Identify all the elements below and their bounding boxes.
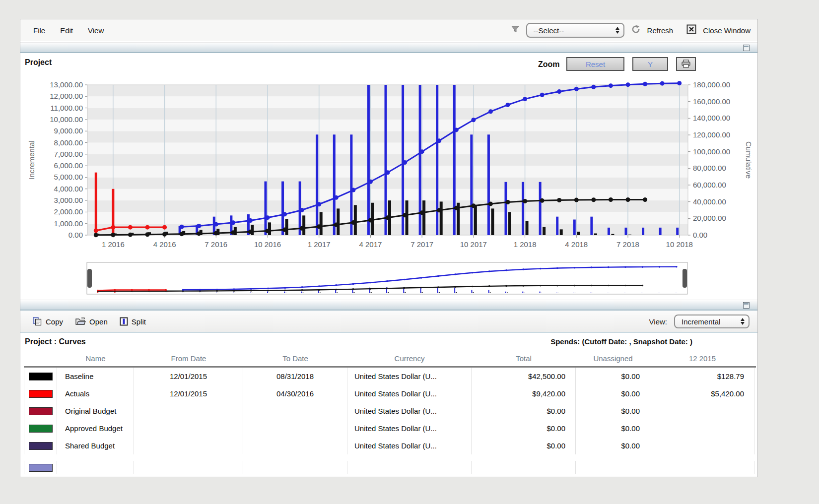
svg-text:40,000.00: 40,000.00	[693, 197, 726, 206]
split-window-icon	[120, 317, 128, 326]
svg-text:0.00: 0.00	[693, 231, 707, 239]
svg-text:11,000.00: 11,000.00	[50, 104, 83, 112]
svg-text:10 2018: 10 2018	[666, 240, 693, 249]
cell-to-date: 08/31/2018	[243, 368, 347, 385]
cell-name: Baseline	[57, 368, 134, 385]
svg-text:180,000.00: 180,000.00	[693, 80, 730, 89]
column-header-swatch	[24, 351, 57, 366]
slider-handle-right[interactable]	[682, 269, 687, 288]
split-button[interactable]: Split	[120, 317, 146, 326]
cell-12-2015: $5,420.00	[650, 385, 754, 402]
view-label: View:	[649, 317, 667, 326]
menu-right-tools: --Select-- Refresh Close Window	[511, 19, 751, 41]
cell-from-date: 12/01/2015	[134, 368, 243, 385]
curve-color-swatch	[24, 402, 57, 420]
cell-to-date	[243, 461, 347, 474]
cell-12-2015	[650, 437, 754, 454]
cell-unassigned	[576, 461, 650, 474]
table-toolbar: Copy Open Split View: In	[20, 311, 757, 333]
svg-text:10 2017: 10 2017	[460, 240, 487, 249]
svg-text:100,000.00: 100,000.00	[693, 147, 730, 156]
menu-view[interactable]: View	[88, 26, 104, 35]
svg-text:1 2016: 1 2016	[102, 240, 125, 249]
chart-overview-slider[interactable]	[86, 261, 689, 297]
table-body: Baseline12/01/201508/31/2018United State…	[24, 368, 756, 474]
svg-text:1 2018: 1 2018	[514, 240, 537, 249]
menu-edit[interactable]: Edit	[60, 26, 73, 35]
curve-color-swatch	[24, 420, 57, 437]
svg-text:0.00: 0.00	[68, 231, 83, 239]
maximize-box-icon[interactable]	[743, 302, 750, 309]
svg-text:Incremental: Incremental	[27, 140, 36, 179]
cell-unassigned: $0.00	[576, 437, 650, 454]
cell-from-date	[134, 461, 243, 474]
spends-info: Spends: (Cutoff Date: , Snapshot Date: )	[550, 337, 692, 346]
svg-text:10,000.00: 10,000.00	[50, 115, 83, 124]
svg-text:10 2016: 10 2016	[254, 240, 281, 249]
filter-select[interactable]: --Select--	[526, 23, 624, 38]
column-header-name: Name	[57, 351, 134, 366]
menu-file[interactable]: File	[33, 26, 45, 35]
table-row[interactable]: Actuals12/01/201504/30/2016United States…	[24, 385, 756, 402]
cell-from-date	[134, 420, 243, 437]
svg-text:5,000.00: 5,000.00	[54, 173, 83, 181]
cell-12-2015	[650, 420, 754, 437]
svg-text:4 2018: 4 2018	[565, 240, 588, 249]
close-window-button[interactable]: Close Window	[703, 26, 751, 35]
view-select-value: Incremental	[682, 317, 720, 326]
open-label: Open	[89, 317, 108, 326]
cell-to-date: 04/30/2016	[243, 385, 347, 402]
column-header-12-2015: 12 2015	[650, 351, 754, 366]
filter-funnel-icon	[511, 25, 520, 36]
table-section-header-strip	[20, 300, 757, 311]
cell-name: Original Budget	[57, 402, 134, 420]
maximize-box-icon[interactable]	[743, 45, 750, 51]
svg-text:2,000.00: 2,000.00	[54, 207, 83, 216]
table-row[interactable]: Baseline12/01/201508/31/2018United State…	[24, 368, 756, 385]
zoom-y-button[interactable]: Y	[632, 57, 668, 71]
cost-curves-chart: 0.001,000.002,000.003,000.004,000.005,00…	[20, 74, 758, 262]
svg-text:60,000.00: 60,000.00	[693, 181, 726, 189]
svg-text:120,000.00: 120,000.00	[693, 130, 730, 139]
column-header-currency: Currency	[347, 351, 472, 366]
close-window-icon[interactable]	[686, 24, 696, 36]
split-label: Split	[132, 317, 146, 326]
view-select[interactable]: Incremental	[674, 315, 750, 328]
app-window: File Edit View --Select-- Refresh Clos	[20, 19, 758, 477]
table-row[interactable]	[24, 454, 756, 474]
table-header-row: NameFrom DateTo DateCurrencyTotalUnassig…	[24, 351, 756, 368]
cell-total: $0.00	[472, 437, 576, 454]
cell-total: $9,420.00	[472, 385, 576, 402]
svg-text:Cumulative: Cumulative	[745, 141, 753, 179]
cell-name: Approved Budget	[57, 420, 134, 437]
cell-currency	[347, 461, 472, 474]
copy-pages-icon	[32, 317, 42, 326]
curves-table: NameFrom DateTo DateCurrencyTotalUnassig…	[24, 351, 756, 474]
column-header-total: Total	[472, 351, 576, 366]
slider-handle-left[interactable]	[87, 269, 92, 288]
column-header-to-date: To Date	[243, 351, 347, 366]
table-row[interactable]: Approved BudgetUnited States Dollar (U..…	[24, 420, 756, 437]
svg-text:140,000.00: 140,000.00	[693, 114, 730, 122]
cell-currency: United States Dollar (U...	[347, 437, 472, 454]
zoom-reset-button[interactable]: Reset	[566, 57, 624, 71]
open-folder-icon	[75, 317, 86, 326]
up-down-arrows-icon	[615, 27, 619, 34]
cell-to-date	[243, 437, 347, 454]
table-row[interactable]: Shared BudgetUnited States Dollar (U...$…	[24, 437, 756, 454]
print-button[interactable]	[676, 57, 696, 71]
cell-12-2015	[650, 402, 754, 420]
copy-button[interactable]: Copy	[32, 317, 63, 326]
cell-currency: United States Dollar (U...	[347, 368, 472, 385]
svg-text:1 2017: 1 2017	[308, 240, 331, 249]
svg-text:9,000.00: 9,000.00	[54, 126, 83, 135]
cell-to-date	[243, 420, 347, 437]
cell-from-date: 12/01/2015	[134, 385, 243, 402]
table-row[interactable]: Original BudgetUnited States Dollar (U..…	[24, 402, 756, 420]
cell-from-date	[134, 402, 243, 420]
open-button[interactable]: Open	[75, 317, 108, 326]
screen: File Edit View --Select-- Refresh Clos	[0, 0, 819, 504]
refresh-button[interactable]: Refresh	[647, 26, 674, 35]
cell-name	[57, 461, 134, 474]
refresh-icon[interactable]	[631, 24, 641, 36]
